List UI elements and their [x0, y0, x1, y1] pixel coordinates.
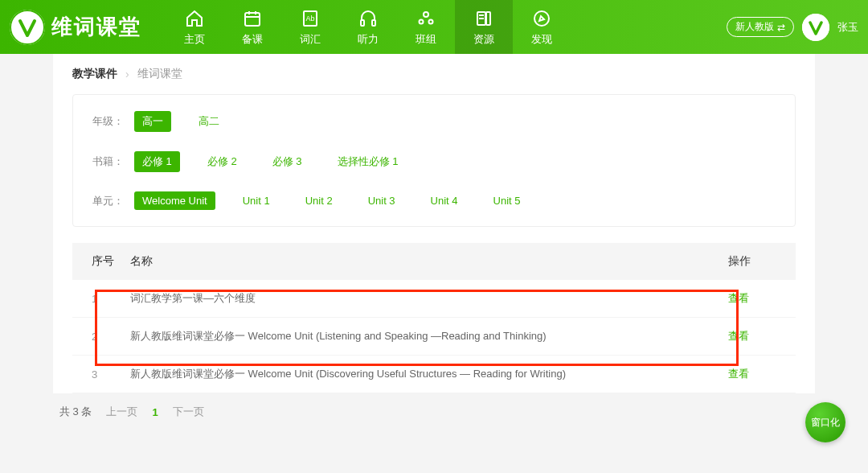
svg-point-17 [802, 14, 829, 41]
nav-home[interactable]: 主页 [166, 0, 223, 54]
filter-unit-row: 单元： Welcome UnitUnit 1Unit 2Unit 3Unit 4… [73, 182, 795, 220]
th-action: 操作 [728, 254, 776, 269]
people-icon [416, 8, 436, 29]
view-link[interactable]: 查看 [728, 329, 776, 343]
th-name: 名称 [130, 254, 728, 269]
filter-option[interactable]: 必修 3 [264, 151, 310, 172]
table-body: 1词汇教学第一课—六个维度查看2新人教版维词课堂必修一 Welcome Unit… [72, 280, 796, 393]
avatar[interactable] [802, 14, 829, 41]
nav-prepare[interactable]: 备课 [223, 0, 281, 54]
logo: 维词课堂 [10, 10, 141, 45]
resources-icon [473, 8, 494, 29]
filter-unit-label: 单元： [92, 194, 134, 208]
pager: 共 3 条 上一页 1 下一页 [53, 405, 815, 419]
cell-number: 2 [92, 331, 130, 343]
edition-switch-button[interactable]: 新人教版 ⇄ [727, 17, 794, 37]
table-row: 2新人教版维词课堂必修一 Welcome Unit (Listening and… [72, 318, 796, 356]
breadcrumb-root[interactable]: 教学课件 [72, 67, 117, 81]
windowize-button[interactable]: 窗口化 [805, 402, 845, 442]
filter-grade-options: 高一高二 [134, 111, 227, 132]
filter-option[interactable]: Welcome Unit [134, 191, 215, 210]
nav-class[interactable]: 班组 [397, 0, 455, 54]
filter-unit-options: Welcome UnitUnit 1Unit 2Unit 3Unit 4Unit… [134, 191, 529, 210]
nav-home-label: 主页 [184, 32, 205, 47]
app-name: 维词课堂 [51, 13, 141, 41]
pager-total: 共 3 条 [59, 405, 92, 419]
filter-option[interactable]: 选择性必修 1 [330, 151, 407, 172]
compass-icon [531, 8, 552, 29]
filter-option[interactable]: 必修 1 [134, 151, 180, 172]
svg-point-0 [10, 10, 44, 44]
svg-point-10 [420, 19, 424, 23]
svg-rect-8 [372, 20, 375, 26]
cell-number: 1 [92, 293, 130, 305]
swap-icon: ⇄ [777, 22, 785, 33]
nav-resources[interactable]: 资源 [455, 0, 513, 54]
cell-number: 3 [92, 368, 130, 380]
filter-panel: 年级： 高一高二 书籍： 必修 1必修 2必修 3选择性必修 1 单元： Wel… [72, 94, 796, 227]
breadcrumb: 教学课件 › 维词课堂 [53, 54, 815, 94]
edition-label: 新人教版 [735, 20, 774, 34]
breadcrumb-current: 维词课堂 [137, 67, 182, 81]
filter-option[interactable]: 必修 2 [199, 151, 245, 172]
view-link[interactable]: 查看 [728, 367, 776, 381]
nav-class-label: 班组 [416, 32, 436, 47]
table-row: 1词汇教学第一课—六个维度查看 [72, 280, 796, 318]
top-nav: 主页 备课 Ab 词汇 听力 班组 资源 发现 [166, 0, 571, 54]
filter-option[interactable]: 高一 [134, 111, 171, 132]
nav-discover[interactable]: 发现 [513, 0, 571, 54]
nav-prepare-label: 备课 [242, 32, 263, 47]
home-icon [184, 8, 205, 29]
username[interactable]: 张玉 [837, 20, 858, 35]
table-row: 3新人教版维词课堂必修一 Welcome Unit (Discovering U… [72, 356, 796, 393]
logo-badge-icon [10, 10, 45, 45]
filter-book-row: 书籍： 必修 1必修 2必修 3选择性必修 1 [73, 142, 795, 182]
pager-next[interactable]: 下一页 [173, 405, 204, 419]
book-icon: Ab [300, 8, 321, 29]
breadcrumb-sep: › [125, 68, 129, 80]
svg-rect-13 [486, 12, 490, 25]
svg-point-16 [534, 11, 549, 26]
svg-point-11 [429, 19, 433, 23]
filter-option[interactable]: Unit 5 [485, 191, 529, 210]
filter-grade-row: 年级： 高一高二 [73, 101, 795, 142]
pager-prev[interactable]: 上一页 [106, 405, 137, 419]
pager-current[interactable]: 1 [152, 406, 158, 418]
filter-grade-label: 年级： [92, 114, 134, 129]
filter-option[interactable]: Unit 3 [360, 191, 403, 210]
nav-resources-label: 资源 [473, 32, 494, 47]
svg-rect-1 [245, 13, 260, 26]
nav-vocab-label: 词汇 [300, 32, 321, 47]
calendar-icon [242, 8, 263, 29]
filter-option[interactable]: Unit 1 [235, 191, 278, 210]
headphones-icon [358, 8, 379, 29]
cell-name: 新人教版维词课堂必修一 Welcome Unit (Discovering Us… [130, 367, 728, 381]
filter-book-label: 书籍： [92, 154, 134, 169]
nav-discover-label: 发现 [531, 32, 552, 47]
th-number: 序号 [92, 254, 130, 269]
nav-vocab[interactable]: Ab 词汇 [281, 0, 339, 54]
view-link[interactable]: 查看 [728, 291, 776, 306]
filter-option[interactable]: Unit 2 [297, 191, 341, 210]
svg-point-9 [424, 12, 428, 17]
nav-listening-label: 听力 [358, 32, 379, 47]
nav-listening[interactable]: 听力 [339, 0, 397, 54]
cell-name: 词汇教学第一课—六个维度 [130, 291, 728, 306]
filter-book-options: 必修 1必修 2必修 3选择性必修 1 [134, 151, 406, 172]
filter-option[interactable]: Unit 4 [423, 191, 466, 210]
app-header: 维词课堂 主页 备课 Ab 词汇 听力 班组 资源 发现 [0, 0, 868, 54]
filter-option[interactable]: 高二 [190, 111, 227, 132]
svg-text:Ab: Ab [305, 14, 314, 23]
svg-rect-7 [361, 20, 364, 26]
cell-name: 新人教版维词课堂必修一 Welcome Unit (Listening and … [130, 329, 728, 343]
table-header: 序号 名称 操作 [72, 243, 796, 280]
